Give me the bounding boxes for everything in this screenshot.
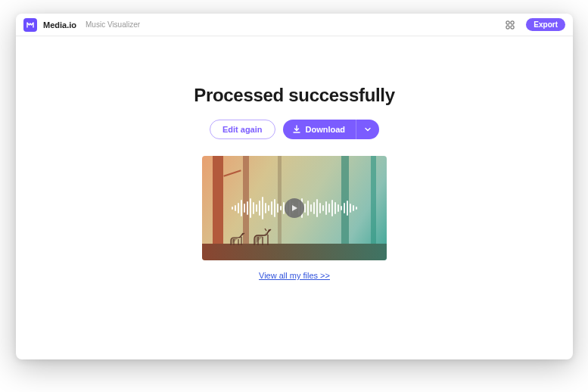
chevron-down-icon <box>364 126 372 133</box>
download-button[interactable]: Download <box>283 120 356 139</box>
export-button[interactable]: Export <box>526 18 565 31</box>
svg-rect-0 <box>506 21 509 24</box>
view-all-files-link[interactable]: View all my files >> <box>259 271 330 280</box>
app-subtitle: Music Visualizer <box>86 20 140 29</box>
svg-rect-1 <box>511 21 514 24</box>
main-content: Processed successfully Edit again Downlo… <box>16 36 573 359</box>
app-window: Media.io Music Visualizer Export Process… <box>16 14 573 359</box>
deer-decoration <box>228 230 247 248</box>
play-button[interactable] <box>285 198 304 218</box>
header: Media.io Music Visualizer Export <box>16 14 573 36</box>
video-preview[interactable] <box>202 156 387 260</box>
deer-decoration <box>250 227 273 248</box>
download-options-button[interactable] <box>356 120 379 139</box>
grid-icon[interactable] <box>505 20 515 30</box>
brand-name: Media.io <box>43 20 76 30</box>
play-icon <box>291 204 298 212</box>
download-label: Download <box>306 125 346 134</box>
branch-decoration <box>223 170 241 176</box>
action-row: Edit again Download <box>210 120 379 139</box>
svg-rect-3 <box>511 26 514 29</box>
edit-again-button[interactable]: Edit again <box>210 120 275 139</box>
page-title: Processed successfully <box>194 85 395 106</box>
logo-icon <box>23 18 37 32</box>
download-icon <box>292 125 301 134</box>
svg-rect-2 <box>506 26 509 29</box>
download-group: Download <box>283 120 380 139</box>
